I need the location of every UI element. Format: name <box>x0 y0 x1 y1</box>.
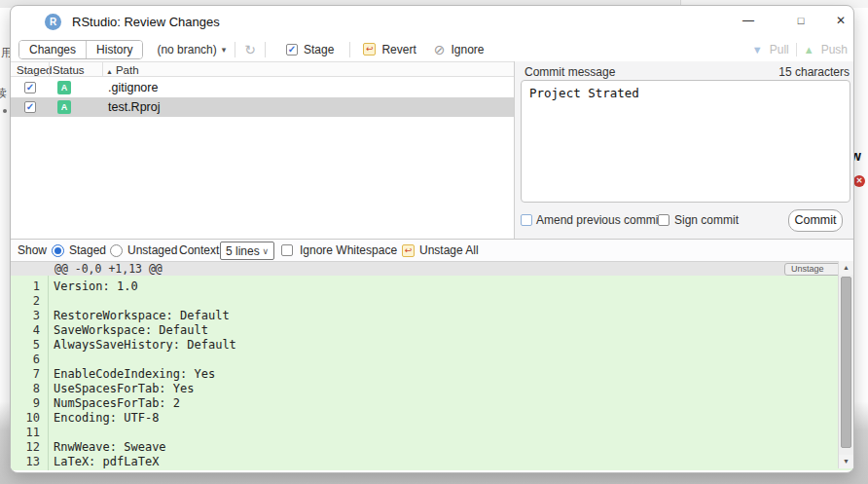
tab-changes[interactable]: Changes <box>19 41 86 58</box>
staged-checkbox[interactable]: ✓ <box>24 101 36 113</box>
background-text-fragment: 读 <box>0 86 7 100</box>
diff-options-bar: Show Staged Unstaged Context 5 lines ∨ I… <box>11 239 853 261</box>
diff-line-number: 11 <box>11 426 40 440</box>
stage-button[interactable]: ✓ Stage <box>286 43 334 56</box>
diff-line: 1Version: 1.0 <box>11 279 853 294</box>
diff-line-number: 3 <box>11 309 40 323</box>
character-count: 15 characters <box>778 65 850 79</box>
diff-line-text: AlwaysSaveHistory: Default <box>54 338 236 352</box>
column-separator <box>102 62 103 76</box>
file-row[interactable]: ✓ A test.Rproj <box>11 97 514 117</box>
diff-line-text: Version: 1.0 <box>54 279 138 293</box>
diff-line-number: 4 <box>11 323 40 338</box>
diff-line-number: 2 <box>11 294 40 309</box>
status-badge: A <box>57 100 71 114</box>
diff-line: 8UseSpacesForTab: Yes <box>11 382 853 396</box>
close-button[interactable]: ✕ <box>821 6 854 35</box>
column-header-status[interactable]: Status <box>53 63 85 77</box>
window-title: RStudio: Review Changes <box>72 15 220 29</box>
diff-line: 3RestoreWorkspace: Default <box>11 309 853 323</box>
ignore-label: Ignore <box>451 43 484 56</box>
revert-button[interactable]: ↩ Revert <box>363 43 416 56</box>
toolbar-separator <box>265 42 266 57</box>
diff-line: 12RnwWeave: Sweave <box>11 440 853 455</box>
diff-line-number: 13 <box>11 455 40 469</box>
push-button[interactable]: Push <box>821 43 848 56</box>
diff-line-text: SaveWorkspace: Default <box>54 323 208 337</box>
pull-button[interactable]: Pull <box>770 43 789 56</box>
diff-line-number: 10 <box>11 411 40 426</box>
revert-icon: ↩ <box>363 43 376 56</box>
title-bar: R RStudio: Review Changes — □ ✕ <box>11 6 853 37</box>
rstudio-logo-icon: R <box>45 14 61 30</box>
amend-label: Amend previous commit <box>536 213 662 227</box>
diff-line: 9NumSpacesForTab: 2 <box>11 396 853 411</box>
diff-line-text: EnableCodeIndexing: Yes <box>54 367 215 381</box>
diff-hunk-header: @@ -0,0 +1,13 @@ Unstage chunk <box>11 261 853 276</box>
branch-label: (no branch) <box>157 43 216 56</box>
unstage-all-button[interactable]: Unstage All <box>419 240 479 262</box>
diff-line-text: RestoreWorkspace: Default <box>54 309 230 322</box>
refresh-icon[interactable]: ↻ <box>244 42 256 57</box>
staged-checkbox[interactable]: ✓ <box>24 82 36 93</box>
diff-line-number: 12 <box>11 440 40 455</box>
context-select[interactable]: 5 lines ∨ <box>220 242 274 260</box>
diff-line: 6 <box>11 353 853 367</box>
toolbar-separator <box>349 42 350 57</box>
push-arrow-icon: ▲ <box>804 44 814 56</box>
tab-history[interactable]: History <box>86 41 142 58</box>
diff-line-text: Encoding: UTF-8 <box>54 411 159 425</box>
diff-line: 4SaveWorkspace: Default <box>11 323 853 338</box>
staged-radio-label[interactable]: Staged <box>69 240 106 262</box>
unstaged-radio[interactable] <box>110 244 123 257</box>
background-error-badge-icon: ✕ <box>853 175 865 187</box>
commit-button[interactable]: Commit <box>788 209 843 232</box>
diff-line-number: 7 <box>11 367 40 382</box>
ignore-whitespace-checkbox[interactable] <box>281 244 293 256</box>
branch-dropdown[interactable]: (no branch) ▾ <box>157 43 226 56</box>
sort-ascending-icon: ▲ <box>106 68 113 75</box>
minimize-button[interactable]: — <box>729 6 768 35</box>
column-separator <box>49 62 50 76</box>
pull-arrow-icon: ▼ <box>752 44 763 56</box>
diff-line: 2 <box>11 294 853 309</box>
hunk-range: @@ -0,0 +1,13 @@ <box>54 262 163 277</box>
diff-line-number: 5 <box>11 338 40 353</box>
unstage-all-icon: ↩ <box>402 244 415 257</box>
column-header-path[interactable]: ▲Path <box>106 63 139 79</box>
commit-panel: Commit message 15 characters Project Str… <box>514 61 854 239</box>
file-list-header: Staged Status ▲Path <box>11 61 514 77</box>
diff-scrollbar[interactable]: ▲ ▼ <box>838 261 853 468</box>
show-label: Show <box>18 240 47 262</box>
diff-line-number: 1 <box>11 279 40 294</box>
file-path: test.Rproj <box>108 97 161 117</box>
commit-message-label: Commit message <box>524 65 615 79</box>
scrollbar-thumb[interactable] <box>841 277 851 448</box>
chevron-down-icon: ∨ <box>262 246 269 256</box>
status-badge: A <box>57 81 71 94</box>
column-header-staged[interactable]: Staged <box>17 63 52 77</box>
diff-line-number: 8 <box>11 382 40 396</box>
chevron-down-icon: ▾ <box>222 45 227 55</box>
scroll-up-icon[interactable]: ▲ <box>839 261 853 275</box>
scroll-down-icon[interactable]: ▼ <box>839 455 853 468</box>
diff-line: 13LaTeX: pdfLaTeX <box>11 455 853 469</box>
diff-line-text: RnwWeave: Sweave <box>54 440 166 454</box>
toolbar-separator <box>235 42 235 57</box>
review-changes-dialog: R RStudio: Review Changes — □ ✕ Changes … <box>10 5 854 473</box>
ignore-icon: ⊘ <box>434 42 446 57</box>
ignore-button[interactable]: ⊘ Ignore <box>434 42 485 57</box>
toolbar-separator <box>796 43 797 56</box>
commit-footer: Amend previous commit Sign commit Commit <box>515 207 854 239</box>
diff-line-number: 9 <box>11 396 40 411</box>
diff-line-text: UseSpacesForTab: Yes <box>54 382 195 395</box>
maximize-button[interactable]: □ <box>781 6 820 35</box>
unstaged-radio-label[interactable]: Unstaged <box>127 240 177 262</box>
sign-checkbox[interactable] <box>658 214 669 226</box>
diff-line: 11 <box>11 426 853 440</box>
staged-radio[interactable] <box>52 244 64 257</box>
commit-message-input[interactable]: Project Strated <box>521 80 850 203</box>
amend-checkbox[interactable] <box>521 214 532 226</box>
file-row[interactable]: ✓ A .gitignore <box>11 78 514 97</box>
sign-label: Sign commit <box>674 213 739 227</box>
